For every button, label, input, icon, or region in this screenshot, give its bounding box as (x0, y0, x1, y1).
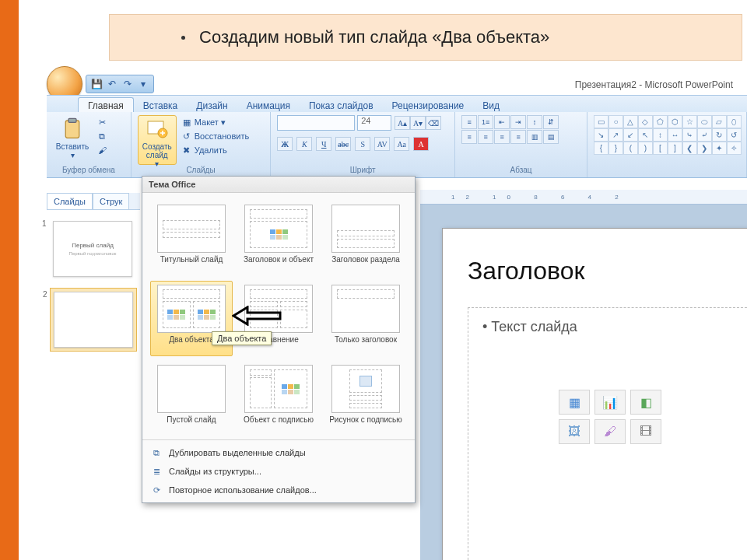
shape-11[interactable]: ↗ (608, 128, 623, 142)
layout-section-header[interactable]: Заголовок раздела (324, 201, 407, 276)
shape-26[interactable]: ❮ (682, 142, 697, 155)
tab-view[interactable]: Вид (473, 98, 509, 113)
tab-insert[interactable]: Вставка (134, 98, 188, 113)
shape-18[interactable]: ↻ (712, 128, 727, 142)
indent-inc-button[interactable]: ⇥ (510, 115, 526, 129)
slide-canvas[interactable]: Заголовок Текст слайда ▦ 📊 ◧ 🖼 🖌 🎞 • (442, 228, 747, 560)
clear-format-button[interactable]: ⌫ (426, 116, 441, 130)
tab-slideshow[interactable]: Показ слайдов (300, 98, 383, 113)
change-case-button[interactable]: Aa (394, 137, 409, 151)
shape-0[interactable]: ▭ (594, 115, 608, 128)
gallery-duplicate[interactable]: ⧉Дублировать выделенные слайды (142, 443, 415, 462)
shape-4[interactable]: ⬠ (653, 115, 668, 128)
panel-tab-slides[interactable]: Слайды (47, 193, 93, 209)
group-slides: Создать слайд▾ ▦Макет ▾ ↺Восстановить ✖У… (132, 112, 271, 177)
insert-chart-icon[interactable]: 📊 (594, 390, 626, 415)
numbering-button[interactable]: 1≡ (478, 115, 493, 129)
shape-10[interactable]: ↘ (594, 128, 608, 142)
convert-smartart-button[interactable]: ▤ (543, 130, 559, 144)
shrink-font-button[interactable]: A▾ (410, 116, 426, 130)
text-direction-button[interactable]: ⇵ (543, 115, 559, 129)
shape-5[interactable]: ⬡ (668, 115, 682, 128)
font-family-select[interactable] (277, 115, 355, 131)
font-color-button[interactable]: A (413, 137, 429, 151)
underline-button[interactable]: Ч (316, 137, 331, 151)
shape-24[interactable]: [ (653, 142, 668, 155)
insert-smartart-icon[interactable]: ◧ (630, 390, 661, 415)
layout-title-content[interactable]: Заголовок и объект (237, 201, 320, 276)
line-spacing-button[interactable]: ↕ (527, 115, 542, 129)
cut-icon[interactable]: ✂ (96, 117, 107, 128)
delete-slide-button[interactable]: ✖Удалить (181, 143, 249, 157)
char-spacing-button[interactable]: AV (374, 137, 390, 151)
paste-button[interactable]: Вставить▾ (53, 115, 92, 165)
layout-button[interactable]: ▦Макет ▾ (181, 115, 249, 129)
shape-22[interactable]: ( (623, 142, 638, 155)
layout-picture-caption[interactable]: Рисунок с подписью (324, 361, 407, 436)
align-right-button[interactable]: ≡ (494, 130, 510, 144)
shadow-button[interactable]: S (355, 137, 370, 151)
insert-clipart-icon[interactable]: 🖌 (594, 419, 626, 444)
tab-review[interactable]: Рецензирование (383, 98, 474, 113)
align-center-button[interactable]: ≡ (478, 130, 493, 144)
new-slide-button[interactable]: Создать слайд▾ (138, 115, 177, 165)
layout-title-only[interactable]: Только заголовок (324, 281, 407, 356)
insert-picture-icon[interactable]: 🖼 (559, 419, 590, 444)
shape-9[interactable]: ⬯ (727, 115, 742, 128)
shape-8[interactable]: ▱ (712, 115, 727, 128)
shape-12[interactable]: ↙ (623, 128, 638, 142)
undo-icon[interactable]: ↶ (107, 79, 117, 89)
slide-title-placeholder[interactable]: Заголовок (468, 257, 747, 285)
tab-home[interactable]: Главная (78, 97, 134, 113)
bullets-button[interactable]: ≡ (461, 115, 477, 129)
indent-dec-button[interactable]: ⇤ (494, 115, 510, 129)
layout-blank[interactable]: Пустой слайд (150, 361, 233, 436)
shape-16[interactable]: ⤷ (682, 128, 697, 142)
align-justify-button[interactable]: ≡ (510, 130, 526, 144)
shape-20[interactable]: { (594, 142, 608, 155)
tab-animation[interactable]: Анимация (237, 98, 300, 113)
layout-content-caption[interactable]: Объект с подписью (237, 361, 320, 436)
reset-button[interactable]: ↺Восстановить (181, 129, 249, 143)
shape-28[interactable]: ✦ (712, 142, 727, 155)
shape-1[interactable]: ○ (608, 115, 623, 128)
grow-font-button[interactable]: A▴ (395, 116, 410, 130)
gallery-reuse[interactable]: ⟳Повторное использование слайдов... (142, 481, 415, 499)
copy-icon[interactable]: ⧉ (96, 131, 107, 142)
shape-25[interactable]: ] (668, 142, 682, 155)
gallery-from-outline[interactable]: ≣Слайды из структуры... (142, 462, 415, 481)
slide-content-placeholder[interactable]: Текст слайда ▦ 📊 ◧ 🖼 🖌 🎞 (468, 307, 747, 560)
italic-button[interactable]: К (296, 137, 312, 151)
format-painter-icon[interactable]: 🖌 (96, 145, 107, 156)
tab-design[interactable]: Дизайн (187, 98, 237, 113)
save-icon[interactable]: 💾 (91, 79, 102, 89)
slide-thumb-1[interactable]: 1 Первый слайд Первый подзаголовок (50, 218, 137, 280)
insert-media-icon[interactable]: 🎞 (630, 419, 661, 444)
shape-29[interactable]: ✧ (727, 142, 742, 155)
qat-more-icon[interactable]: ▾ (138, 79, 149, 89)
shape-7[interactable]: ⬭ (697, 115, 712, 128)
redo-icon[interactable]: ↷ (122, 79, 133, 89)
shape-23[interactable]: ) (638, 142, 653, 155)
shape-2[interactable]: △ (623, 115, 638, 128)
shape-17[interactable]: ⤶ (697, 128, 712, 142)
insert-table-icon[interactable]: ▦ (559, 390, 590, 415)
shape-6[interactable]: ☆ (682, 115, 697, 128)
shape-19[interactable]: ↺ (727, 128, 742, 142)
shape-15[interactable]: ↔ (668, 128, 682, 142)
shape-3[interactable]: ◇ (638, 115, 653, 128)
ribbon-tabs: Главная Вставка Дизайн Анимация Показ сл… (47, 95, 747, 114)
font-size-select[interactable]: 24 (357, 115, 391, 131)
columns-button[interactable]: ▥ (527, 130, 542, 144)
bold-button[interactable]: Ж (277, 137, 293, 151)
shape-21[interactable]: } (608, 142, 623, 155)
shape-14[interactable]: ↕ (653, 128, 668, 142)
panel-tab-outline[interactable]: Струк (93, 193, 129, 209)
shape-27[interactable]: ❯ (697, 142, 712, 155)
shapes-gallery[interactable]: ▭○△◇⬠⬡☆⬭▱⬯↘↗↙↖↕↔⤷⤶↻↺{}()[]❮❯✦✧ (594, 115, 740, 153)
layout-title-slide[interactable]: Титульный слайд (150, 201, 233, 276)
strike-button[interactable]: abc (335, 137, 351, 151)
slide-thumb-2[interactable]: 2 (50, 288, 137, 352)
align-left-button[interactable]: ≡ (461, 130, 477, 144)
shape-13[interactable]: ↖ (638, 128, 653, 142)
